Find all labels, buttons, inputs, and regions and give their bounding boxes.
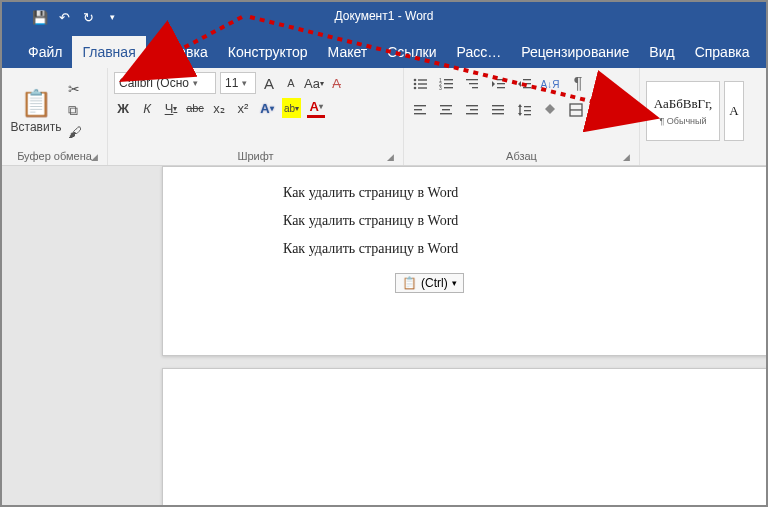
undo-icon[interactable]: ↶ (56, 9, 72, 25)
shading-button[interactable] (540, 100, 560, 120)
style-preview: АаБбВвГг, (654, 96, 713, 112)
svg-rect-23 (414, 113, 426, 114)
highlight-button[interactable]: ab▾ (282, 98, 301, 118)
copy-icon[interactable]: ⧉ (68, 102, 82, 119)
svg-rect-31 (492, 109, 504, 110)
style-preview: А (729, 103, 738, 119)
svg-rect-5 (418, 87, 427, 88)
multilevel-list-button[interactable] (462, 74, 482, 94)
svg-rect-11 (444, 87, 453, 88)
chevron-down-icon: ▾ (452, 278, 457, 288)
tab-home[interactable]: Главная (72, 36, 145, 68)
align-left-button[interactable] (410, 100, 430, 120)
clipboard-group-label: Буфер обмена ◢ (8, 149, 101, 165)
paste-button[interactable]: 📋 Вставить (8, 88, 64, 134)
text-effects-button[interactable]: A▾ (258, 98, 276, 118)
qat-dropdown-icon[interactable]: ▾ (104, 9, 120, 25)
svg-rect-16 (497, 83, 505, 84)
svg-rect-32 (492, 113, 504, 114)
svg-rect-12 (466, 79, 478, 80)
svg-rect-33 (519, 106, 520, 114)
tab-mailings[interactable]: Расс… (447, 36, 512, 68)
style-next[interactable]: А (724, 81, 744, 141)
tab-review[interactable]: Рецензирование (511, 36, 639, 68)
svg-rect-27 (466, 105, 478, 106)
format-painter-icon[interactable]: 🖌 (68, 124, 82, 140)
svg-rect-36 (524, 114, 531, 115)
save-icon[interactable]: 💾 (32, 9, 48, 25)
svg-rect-9 (444, 83, 453, 84)
tab-help[interactable]: Справка (685, 36, 760, 68)
svg-rect-19 (523, 83, 531, 84)
shrink-font-button[interactable]: A (282, 73, 300, 93)
document-text-line[interactable]: Как удалить страницу в Word (283, 213, 766, 229)
svg-rect-17 (497, 87, 505, 88)
borders-button[interactable] (566, 100, 586, 120)
svg-rect-21 (414, 105, 426, 106)
line-spacing-button[interactable] (514, 100, 534, 120)
font-family-combo[interactable]: Calibri (Осно▾ (114, 72, 216, 94)
underline-button[interactable]: Ч▾ (162, 98, 180, 118)
svg-rect-15 (497, 79, 505, 80)
paste-options-popup[interactable]: 📋 (Ctrl) ▾ (395, 273, 464, 293)
strikethrough-button[interactable]: abc (186, 98, 204, 118)
tab-references[interactable]: Ссылки (377, 36, 446, 68)
svg-rect-34 (524, 106, 531, 107)
svg-rect-22 (414, 109, 422, 110)
clipboard-icon: 📋 (21, 88, 51, 120)
style-normal[interactable]: АаБбВвГг, ¶ Обычный (646, 81, 720, 141)
superscript-button[interactable]: x² (234, 98, 252, 118)
clipboard-small-icon: 📋 (402, 276, 417, 290)
svg-point-0 (414, 79, 417, 82)
font-launcher-icon[interactable]: ◢ (385, 152, 395, 162)
svg-text:3: 3 (439, 85, 442, 91)
grow-font-button[interactable]: A (260, 73, 278, 93)
font-size-combo[interactable]: 11▾ (220, 72, 256, 94)
svg-rect-25 (442, 109, 450, 110)
tab-file[interactable]: Файл (18, 36, 72, 68)
ctrl-label: (Ctrl) (421, 276, 448, 290)
window-title: Документ1 - Word (334, 9, 433, 23)
decrease-indent-button[interactable] (488, 74, 508, 94)
bold-button[interactable]: Ж (114, 98, 132, 118)
subscript-button[interactable]: x₂ (210, 98, 228, 118)
style-name: ¶ Обычный (659, 116, 706, 126)
bullets-button[interactable] (410, 74, 430, 94)
ribbon-tabs: Файл Главная Вставка Конструктор Макет С… (2, 32, 766, 68)
paragraph-launcher-icon[interactable]: ◢ (621, 152, 631, 162)
clear-formatting-button[interactable]: A̶ (328, 73, 346, 93)
clipboard-launcher-icon[interactable]: ◢ (89, 152, 99, 162)
document-text-line[interactable]: Как удалить страницу в Word (283, 241, 766, 257)
increase-indent-button[interactable] (514, 74, 534, 94)
tab-layout[interactable]: Макет (318, 36, 378, 68)
tab-view[interactable]: Вид (639, 36, 684, 68)
svg-rect-24 (440, 105, 452, 106)
document-page[interactable] (162, 368, 766, 505)
svg-rect-29 (466, 113, 478, 114)
svg-rect-18 (523, 79, 531, 80)
svg-rect-3 (418, 83, 427, 84)
svg-point-2 (414, 83, 417, 86)
numbering-button[interactable]: 123 (436, 74, 456, 94)
document-text-line[interactable]: Как удалить страницу в Word (283, 185, 766, 201)
redo-icon[interactable]: ↻ (80, 9, 96, 25)
svg-rect-26 (440, 113, 452, 114)
italic-button[interactable]: К (138, 98, 156, 118)
svg-rect-14 (472, 87, 478, 88)
svg-rect-28 (470, 109, 478, 110)
tab-insert[interactable]: Вставка (146, 36, 218, 68)
tab-design[interactable]: Конструктор (218, 36, 318, 68)
change-case-button[interactable]: Aa▾ (304, 73, 324, 93)
document-page[interactable]: Как удалить страницу в Word Как удалить … (162, 166, 766, 356)
font-color-button[interactable]: A▾ (307, 98, 325, 118)
svg-rect-20 (523, 87, 531, 88)
show-hide-pilcrow-button[interactable]: ¶ (566, 72, 590, 96)
sort-button[interactable]: А↓Я (540, 74, 560, 94)
svg-point-4 (414, 87, 417, 90)
svg-rect-13 (469, 83, 478, 84)
tab-abb[interactable]: ABB (760, 36, 768, 68)
align-center-button[interactable] (436, 100, 456, 120)
align-right-button[interactable] (462, 100, 482, 120)
justify-button[interactable] (488, 100, 508, 120)
cut-icon[interactable]: ✂ (68, 81, 82, 97)
